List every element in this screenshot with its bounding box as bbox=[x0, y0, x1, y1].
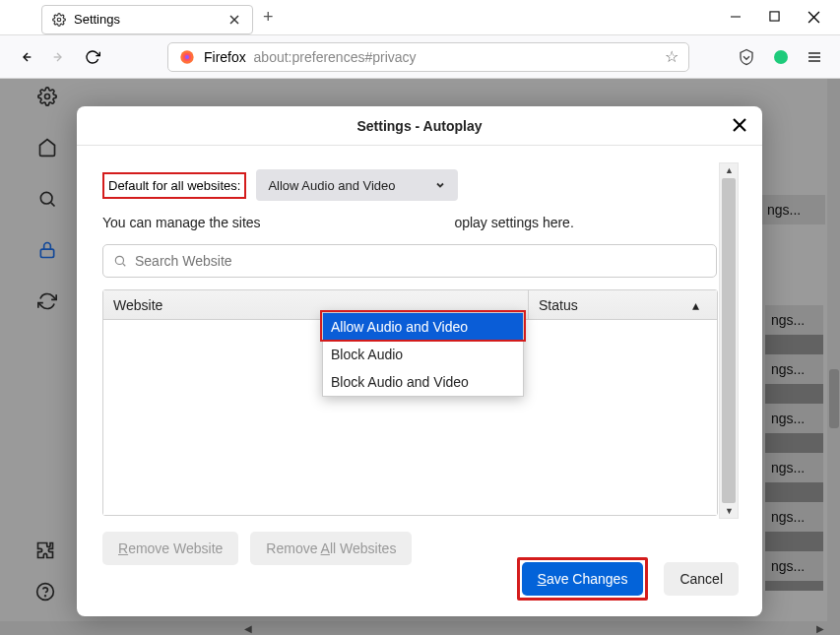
callout-default-label: Default for all websites: bbox=[102, 172, 246, 199]
default-autoplay-select[interactable]: Allow Audio and Video bbox=[256, 169, 458, 201]
tab-inner: Settings bbox=[52, 12, 120, 27]
address-bar[interactable]: Firefox about:preferences#privacy ☆ bbox=[167, 42, 689, 72]
dropdown-anchor: Allow Audio and Video Block Audio Block … bbox=[322, 312, 524, 397]
callout-save: Save Changes bbox=[517, 557, 649, 601]
dialog-scrollbar[interactable]: ▲ ▼ bbox=[719, 162, 739, 519]
sort-arrow-up-icon: ▴ bbox=[692, 297, 699, 313]
default-row: Default for all websites: Allow Audio an… bbox=[102, 169, 737, 201]
dropdown-item-block-av[interactable]: Block Audio and Video bbox=[323, 368, 523, 396]
browser-tab[interactable]: Settings bbox=[41, 5, 253, 34]
window-controls bbox=[730, 11, 840, 24]
search-website-input[interactable] bbox=[135, 253, 706, 269]
address-text: Firefox about:preferences#privacy bbox=[204, 49, 657, 65]
hint-right: oplay settings here. bbox=[454, 215, 573, 230]
autoplay-dropdown-menu: Allow Audio and Video Block Audio Block … bbox=[322, 312, 524, 397]
dialog-hint: You can manage the sites xxxxxxxxxxxxxxx… bbox=[102, 215, 737, 230]
firefox-icon bbox=[178, 48, 196, 66]
search-row bbox=[102, 244, 737, 278]
dropdown-item-allow-av[interactable]: Allow Audio and Video bbox=[323, 313, 523, 341]
dialog-title: Settings - Autoplay bbox=[356, 118, 482, 134]
default-select-value: Allow Audio and Video bbox=[268, 178, 395, 193]
forward-button[interactable] bbox=[51, 49, 71, 65]
svg-point-11 bbox=[185, 55, 189, 59]
default-label: Default for all websites: bbox=[108, 178, 240, 193]
pocket-icon[interactable] bbox=[738, 48, 755, 66]
svg-point-0 bbox=[57, 18, 61, 22]
remove-website-button[interactable]: Remove Website bbox=[102, 532, 238, 565]
hint-left: You can manage the sites bbox=[102, 215, 261, 230]
window-title-bar: Settings + bbox=[0, 0, 840, 35]
maximize-icon[interactable] bbox=[769, 11, 780, 24]
svg-point-24 bbox=[115, 256, 123, 264]
chevron-down-icon bbox=[434, 179, 446, 191]
new-tab-button[interactable]: + bbox=[263, 7, 274, 28]
svg-rect-4 bbox=[770, 12, 779, 21]
svg-line-25 bbox=[123, 264, 126, 267]
tab-close-icon[interactable] bbox=[228, 14, 242, 26]
extension-icon[interactable] bbox=[773, 49, 789, 65]
scroll-up-icon[interactable]: ▲ bbox=[725, 165, 734, 175]
th-status[interactable]: Status ▴ bbox=[529, 290, 717, 319]
dialog-header: Settings - Autoplay bbox=[77, 106, 762, 146]
peek-dim bbox=[765, 305, 823, 591]
tab-title: Settings bbox=[74, 12, 120, 27]
toolbar-right bbox=[738, 48, 822, 66]
gear-icon bbox=[52, 13, 66, 27]
dropdown-item-block-audio[interactable]: Block Audio bbox=[323, 341, 523, 368]
reload-button[interactable] bbox=[85, 49, 104, 65]
browser-toolbar: Firefox about:preferences#privacy ☆ bbox=[0, 35, 840, 79]
minimize-icon[interactable] bbox=[730, 11, 742, 24]
window-close-icon[interactable] bbox=[808, 11, 820, 24]
dialog-scrollbar-thumb[interactable] bbox=[722, 178, 736, 503]
search-icon bbox=[113, 254, 127, 268]
search-website-box[interactable] bbox=[102, 244, 717, 278]
svg-point-12 bbox=[774, 50, 788, 64]
scroll-down-icon[interactable]: ▼ bbox=[725, 506, 734, 516]
app-menu-icon[interactable] bbox=[807, 50, 822, 64]
close-icon[interactable] bbox=[731, 116, 750, 136]
save-changes-button[interactable]: Save Changes bbox=[522, 562, 644, 596]
back-button[interactable] bbox=[18, 49, 37, 65]
dialog-footer: Save Changes Cancel bbox=[517, 557, 739, 601]
remove-all-websites-button[interactable]: Remove All Websites bbox=[250, 532, 412, 565]
bookmark-star-icon[interactable]: ☆ bbox=[665, 47, 678, 66]
cancel-button[interactable]: Cancel bbox=[664, 562, 739, 596]
